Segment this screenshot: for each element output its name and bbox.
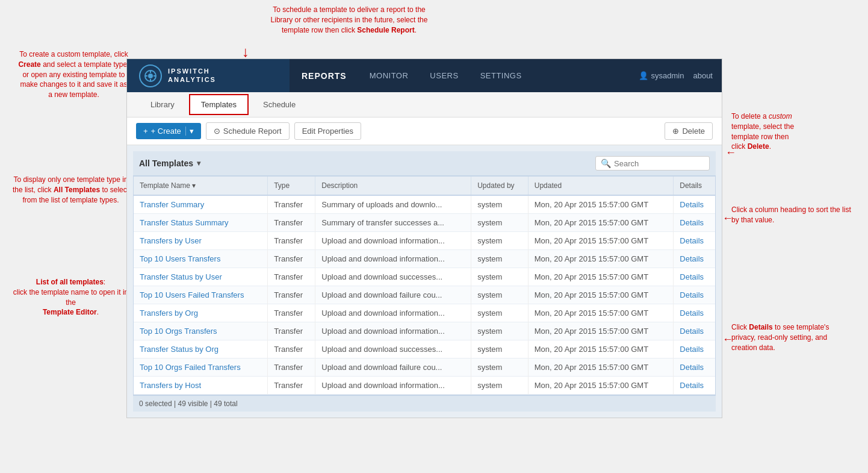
schedule-report-button[interactable]: ⊙ Schedule Report [206,122,290,140]
col-type[interactable]: Type [268,177,315,195]
template-updated: Mon, 20 Apr 2015 15:57:00 GMT [528,268,674,286]
username-label[interactable]: sysadmin [651,71,684,80]
search-icon: 🔍 [601,158,611,168]
filter-bar: All Templates ▾ 🔍 [133,151,716,176]
col-updated-by[interactable]: Updated by [471,177,529,195]
template-name-link[interactable]: Transfers by Host [140,381,201,390]
table-row[interactable]: Transfers by User Transfer Upload and do… [134,232,715,250]
nav-monitor[interactable]: MONITOR [359,59,420,92]
details-link[interactable]: Details [680,218,704,227]
template-updated-by: system [471,214,529,232]
template-type: Transfer [268,250,315,268]
template-name-link[interactable]: Transfers by User [140,236,202,245]
template-updated-by: system [471,340,529,359]
search-box: 🔍 [595,156,710,171]
nav-users[interactable]: USERS [419,59,469,92]
template-type: Transfer [268,214,315,232]
annotation-delete: To delete a custom template, select the … [731,111,852,152]
template-updated-by: system [471,268,529,286]
details-link[interactable]: Details [680,345,704,354]
template-updated: Mon, 20 Apr 2015 15:57:00 GMT [528,340,674,359]
table-row[interactable]: Transfers by Host Transfer Upload and do… [134,377,715,395]
template-type: Transfer [268,195,315,214]
table-row[interactable]: Top 10 Orgs Failed Transfers Transfer Up… [134,359,715,377]
filter-dropdown-icon[interactable]: ▾ [197,159,200,168]
annotation-delete-italic: custom [769,112,792,121]
template-name-link[interactable]: Transfer Summary [140,200,204,209]
table-row[interactable]: Transfers by Org Transfer Upload and dow… [134,304,715,322]
create-button[interactable]: + + Create ▾ [136,123,201,139]
details-link[interactable]: Details [680,272,704,281]
details-link[interactable]: Details [680,309,704,318]
arrow-details-left: ← [722,333,733,346]
template-description: Upload and download information... [315,250,471,268]
annotation-delete-bold: Delete [748,142,769,151]
table-row[interactable]: Transfer Status by User Transfer Upload … [134,268,715,286]
col-details[interactable]: Details [674,177,715,195]
template-name-link[interactable]: Top 10 Users Failed Transfers [140,290,244,299]
template-description: Upload and download information... [315,377,471,395]
template-name-link[interactable]: Top 10 Users Transfers [140,254,220,263]
details-link[interactable]: Details [680,381,704,390]
details-link[interactable]: Details [680,327,704,336]
template-name-link[interactable]: Transfer Status by User [140,272,222,281]
nav-settings[interactable]: SETTINGS [470,59,533,92]
svg-point-1 [148,74,153,78]
table-header-row: Template Name ▾ Type Description Updated… [134,177,715,195]
annotation-schedule-bold: Schedule Report [357,26,414,34]
table-row[interactable]: Transfer Status by Org Transfer Upload a… [134,340,715,359]
tab-schedule[interactable]: Schedule [252,95,307,114]
edit-label: Edit Properties [302,127,353,136]
template-description: Upload and download failure cou... [315,359,471,377]
template-name-link[interactable]: Transfers by Org [140,309,198,318]
edit-properties-button[interactable]: Edit Properties [294,122,361,140]
brand-text: IPSWITCH ANALYTICS [168,67,216,83]
annotation-top-left: To create a custom template, click Creat… [18,49,129,100]
details-link[interactable]: Details [680,290,704,299]
navbar: IPSWITCH ANALYTICS REPORTS MONITOR USERS… [127,59,722,92]
col-updated[interactable]: Updated [528,177,674,195]
annotation-top-center: To schedule a template to deliver a repo… [223,5,476,35]
all-templates-label[interactable]: All Templates [139,158,193,168]
nav-about[interactable]: about [693,71,713,80]
filter-left: All Templates ▾ [139,158,200,168]
template-description: Summary of transfer successes a... [315,214,471,232]
search-input[interactable] [614,159,704,168]
template-name-link[interactable]: Transfer Status Summary [140,218,229,227]
col-template-name[interactable]: Template Name ▾ [134,177,268,195]
annotation-column-sort: Click a column heading to sort the list … [731,205,852,225]
tab-library[interactable]: Library [139,95,186,114]
template-updated-by: system [471,250,529,268]
details-link[interactable]: Details [680,200,704,209]
template-name-link[interactable]: Transfer Status by Org [140,345,219,354]
brand-logo [139,64,162,87]
annotation-all-templates-bold: All Templates [54,186,100,194]
table-row[interactable]: Transfer Summary Transfer Summary of upl… [134,195,715,214]
template-updated-by: system [471,232,529,250]
template-updated: Mon, 20 Apr 2015 15:57:00 GMT [528,359,674,377]
template-description: Summary of uploads and downlo... [315,195,471,214]
template-name-link[interactable]: Top 10 Orgs Transfers [140,327,217,336]
table-row[interactable]: Top 10 Users Failed Transfers Transfer U… [134,286,715,304]
user-icon: 👤 [639,71,648,80]
table-row[interactable]: Top 10 Orgs Transfers Transfer Upload an… [134,322,715,340]
brand-sub: ANALYTICS [168,76,216,84]
template-updated: Mon, 20 Apr 2015 15:57:00 GMT [528,286,674,304]
col-description[interactable]: Description [315,177,471,195]
annotation-all-templates: To display only one template type in the… [12,175,129,205]
template-type: Transfer [268,304,315,322]
table-row[interactable]: Top 10 Users Transfers Transfer Upload a… [134,250,715,268]
tab-templates[interactable]: Templates [189,94,249,115]
details-link[interactable]: Details [680,254,704,263]
template-updated: Mon, 20 Apr 2015 15:57:00 GMT [528,214,674,232]
delete-icon: ⊕ [672,127,679,136]
template-name-link[interactable]: Top 10 Orgs Failed Transfers [140,363,241,372]
template-type: Transfer [268,322,315,340]
delete-label: Delete [682,127,705,136]
template-updated: Mon, 20 Apr 2015 15:57:00 GMT [528,195,674,214]
table-row[interactable]: Transfer Status Summary Transfer Summary… [134,214,715,232]
details-link[interactable]: Details [680,363,704,372]
schedule-icon: ⊙ [214,127,220,136]
delete-button[interactable]: ⊕ Delete [665,122,713,140]
details-link[interactable]: Details [680,236,704,245]
